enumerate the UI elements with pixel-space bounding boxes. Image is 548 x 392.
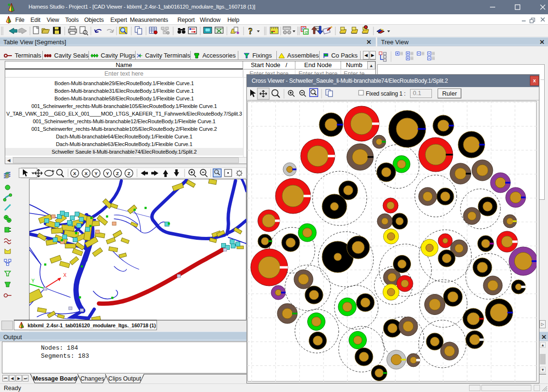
svg-text:?: ? (248, 27, 253, 36)
svg-text:Z: Z (116, 171, 119, 176)
svg-text:@: @ (304, 30, 308, 34)
svg-text:X: X (73, 171, 77, 176)
svg-text:Y: Y (31, 278, 35, 284)
svg-text:X: X (63, 273, 67, 278)
svg-text:X: X (85, 171, 88, 176)
svg-text:Y: Y (106, 171, 109, 176)
svg-text:Z: Z (127, 171, 130, 176)
svg-text:Y: Y (95, 171, 98, 176)
